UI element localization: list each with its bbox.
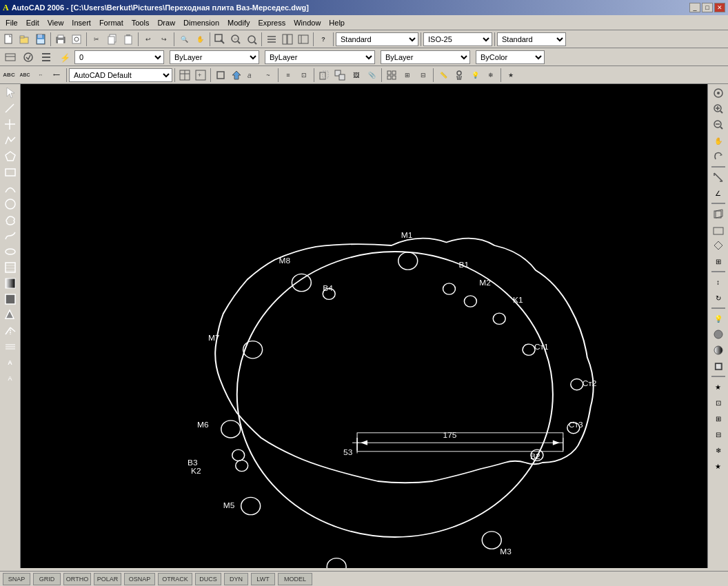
menu-dimension[interactable]: Dimension [179, 17, 223, 28]
menu-draw[interactable]: Draw [153, 17, 179, 28]
close-button[interactable]: ✕ [714, 3, 725, 12]
group-button[interactable] [384, 68, 399, 83]
color-dropdown[interactable]: ByLayer [170, 50, 259, 64]
polar-toggle[interactable]: POLAR [94, 573, 121, 585]
menu-express[interactable]: Express [254, 17, 290, 28]
3d-view4-button[interactable]: ⊞ [710, 254, 727, 269]
menu-help[interactable]: Help [325, 17, 349, 28]
print-button[interactable] [53, 32, 68, 47]
menu-tools[interactable]: Tools [128, 17, 154, 28]
toolpalette5-right-button[interactable]: ❄ [710, 443, 727, 458]
distance-button[interactable]: 📏 [436, 68, 451, 83]
otrack-toggle[interactable]: OTRACK [158, 573, 192, 585]
block-button[interactable] [213, 68, 228, 83]
layer-state-button[interactable] [21, 50, 36, 65]
lineweight-dropdown[interactable]: ByLayer [381, 50, 470, 64]
express-tools-button[interactable]: ★ [503, 68, 518, 83]
dim2-button[interactable]: ⟵ [49, 68, 64, 83]
grid-toggle[interactable]: GRID [33, 573, 61, 585]
menu-file[interactable]: File [1, 17, 22, 28]
revcloud-button[interactable] [2, 212, 19, 228]
field2-button[interactable]: ⊡ [296, 68, 312, 83]
wipeout-button[interactable] [2, 307, 19, 323]
redo-button[interactable]: ↪ [156, 32, 172, 47]
cut-button[interactable]: ✂ [89, 32, 104, 47]
menu-view[interactable]: View [43, 17, 68, 28]
polyline-button[interactable] [2, 133, 19, 148]
mline-button[interactable] [2, 339, 19, 354]
snap-toggle[interactable]: SNAP [3, 573, 30, 585]
paste-button[interactable] [121, 32, 136, 47]
zoom-window-button[interactable] [212, 32, 228, 47]
dim-style-dropdown[interactable]: ISO-25 [423, 32, 492, 46]
toolpalette-button[interactable] [296, 32, 311, 47]
mtext-left-button[interactable]: A [2, 355, 19, 370]
lwt-toggle[interactable]: LWT [251, 573, 275, 585]
light-button[interactable]: 💡 [710, 311, 727, 326]
rectangle-button[interactable] [2, 165, 19, 180]
3d-view2-button[interactable] [710, 222, 727, 237]
attmgr-button[interactable]: ~ [261, 68, 276, 83]
3d-view3-button[interactable] [710, 238, 727, 253]
open-button[interactable] [17, 32, 32, 47]
zoom-in-button[interactable] [710, 101, 727, 117]
ducs-toggle[interactable]: DUCS [195, 573, 221, 585]
zoom-extents-button[interactable] [244, 32, 259, 47]
freeeze-button[interactable]: ❄ [483, 68, 498, 83]
angle-button[interactable]: ∠ [710, 185, 727, 201]
toolpalette4-right-button[interactable]: ⊟ [710, 427, 727, 442]
save-button[interactable] [33, 32, 48, 47]
toolpalette-right-button[interactable]: ★ [710, 379, 727, 394]
render2-button[interactable]: 🔲 [710, 358, 727, 374]
3d-view1-button[interactable] [710, 206, 727, 221]
region-button[interactable] [2, 292, 19, 307]
layer-dropdown[interactable]: 0 [74, 50, 164, 64]
table-button[interactable] [177, 68, 192, 83]
layer-walk-button[interactable] [452, 68, 467, 83]
field-button[interactable]: ≡ [281, 68, 296, 83]
xref2-button[interactable] [332, 68, 347, 83]
toolpalette3-right-button[interactable]: ⊞ [710, 411, 727, 426]
raster-button[interactable]: 🖼 [348, 68, 363, 83]
attdef-button[interactable]: a [245, 68, 260, 83]
zoom-previous-button[interactable]: ← [228, 32, 243, 47]
zoom-out-button[interactable] [710, 117, 727, 132]
hatch-button[interactable] [2, 260, 19, 275]
table-style-dropdown[interactable]: Standard [497, 32, 566, 46]
field3-button[interactable]: 📎 [364, 68, 379, 83]
dyn-toggle[interactable]: DYN [224, 573, 248, 585]
properties-button[interactable] [264, 32, 279, 47]
osnap-toggle[interactable]: OSNAP [124, 573, 155, 585]
menu-modify[interactable]: Modify [223, 17, 254, 28]
group2-button[interactable]: ⊞ [400, 68, 415, 83]
line-button[interactable] [2, 101, 19, 117]
distance-right-button[interactable] [710, 170, 727, 185]
insert-button[interactable] [229, 68, 244, 83]
orbit-button[interactable] [710, 149, 727, 164]
layer-isolate-button[interactable]: 💡 [467, 68, 483, 83]
undo-button[interactable]: ↩ [141, 32, 156, 47]
insert-table-button[interactable]: + [193, 68, 208, 83]
style-name-dropdown[interactable]: AutoCAD Default [69, 68, 172, 82]
3dpoly-button[interactable] [2, 323, 19, 339]
move-vert-button[interactable]: ↕ [710, 274, 727, 290]
copy-button[interactable] [105, 32, 120, 47]
linetype-dropdown[interactable]: ByLayer [265, 50, 375, 64]
mtext-button[interactable]: ABC [1, 68, 17, 83]
rotate3d-button[interactable]: ↻ [710, 290, 727, 305]
xline-button[interactable] [2, 117, 19, 132]
menu-window[interactable]: Window [290, 17, 325, 28]
plotstyle-dropdown[interactable]: ByColor [476, 50, 545, 64]
pan-button[interactable]: ✋ [710, 133, 727, 148]
plot-preview-button[interactable] [69, 32, 84, 47]
layer-extra-button[interactable]: ⚡ [57, 50, 72, 65]
circle-button[interactable] [2, 196, 19, 212]
xref-button[interactable] [316, 68, 332, 83]
minimize-button[interactable]: _ [689, 3, 700, 12]
toolpalette2-right-button[interactable]: ⊡ [710, 395, 727, 410]
arc-button[interactable] [2, 181, 19, 196]
ortho-toggle[interactable]: ORTHO [63, 573, 91, 585]
gradient-button[interactable] [2, 276, 19, 291]
ellipse-button[interactable] [2, 244, 19, 259]
toolpalette6-right-button[interactable]: ★ [710, 458, 727, 474]
